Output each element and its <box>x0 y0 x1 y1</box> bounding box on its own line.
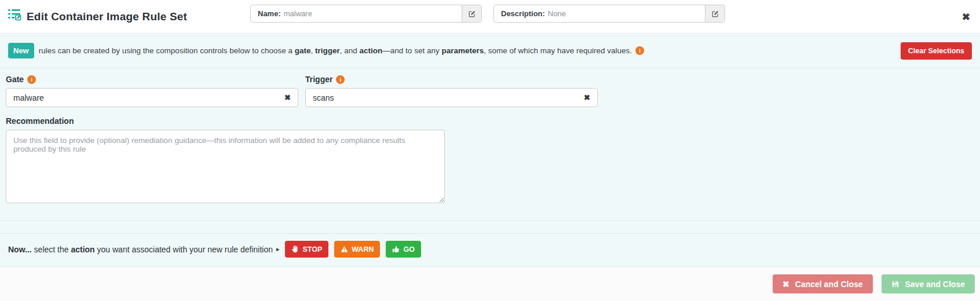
info-bar: New rules can be created by using the co… <box>0 34 980 68</box>
info-text-1: rules can be created by using the compos… <box>39 46 295 55</box>
description-field-text: Description: None <box>494 5 705 22</box>
warn-action-button[interactable]: WARN <box>334 241 380 258</box>
description-field-value: None <box>548 9 566 18</box>
go-action-button[interactable]: GO <box>386 241 420 258</box>
name-field[interactable]: Name: malware <box>250 5 482 23</box>
info-text-3: , and <box>340 46 360 55</box>
trigger-info-icon[interactable]: i <box>336 75 345 84</box>
info-text-5: , some of which may have required values… <box>484 46 632 55</box>
edit-rule-set-dialog: Edit Container Image Rule Set Name: malw… <box>0 0 980 301</box>
recommendation-label: Recommendation <box>6 116 974 126</box>
warning-triangle-icon <box>341 245 348 253</box>
action-text-now: Now... <box>8 245 32 254</box>
info-circle-icon[interactable]: i <box>635 46 644 55</box>
caret-right-icon: ▸ <box>276 245 280 253</box>
stop-button-label: STOP <box>302 245 322 254</box>
pencil-square-icon <box>711 10 719 18</box>
trigger-combobox[interactable]: ✖ <box>305 88 598 107</box>
gate-label: Gate <box>6 75 24 84</box>
info-text-action: action <box>360 46 383 55</box>
cancel-button-label: Cancel and Close <box>795 280 863 289</box>
gate-clear-icon[interactable]: ✖ <box>281 93 298 102</box>
new-badge: New <box>8 43 34 58</box>
name-field-text: Name: malware <box>251 5 462 22</box>
dialog-footer: ✖ Cancel and Close Save and Close <box>0 266 980 301</box>
action-text-2: you want associated with your new rule d… <box>95 245 275 254</box>
save-button-label: Save and Close <box>905 280 966 289</box>
info-text-2: , <box>311 46 316 55</box>
pencil-square-icon <box>468 10 476 18</box>
info-text-trigger: trigger <box>315 46 340 55</box>
warn-button-label: WARN <box>352 245 374 254</box>
trigger-label: Trigger <box>305 75 332 84</box>
gate-field-group: Gate i ✖ <box>6 75 298 107</box>
name-field-label: Name: <box>258 9 281 18</box>
gate-input[interactable] <box>6 93 281 102</box>
save-floppy-icon <box>891 280 899 288</box>
name-edit-button[interactable] <box>462 5 481 22</box>
action-text-1: select the <box>32 245 71 254</box>
info-text-4: —and to set any <box>382 46 441 55</box>
description-edit-button[interactable] <box>705 5 725 22</box>
hand-stop-icon <box>291 245 299 253</box>
action-bar-text: Now... select the action you want associ… <box>8 245 275 254</box>
gate-label-row: Gate i <box>6 75 298 84</box>
recommendation-textarea[interactable] <box>6 130 445 203</box>
cancel-x-icon: ✖ <box>782 280 789 289</box>
trigger-clear-icon[interactable]: ✖ <box>580 93 597 102</box>
composition-controls: Gate i ✖ Trigger i ✖ <box>6 75 974 107</box>
name-field-value: malware <box>284 9 312 18</box>
description-field[interactable]: Description: None <box>493 5 725 23</box>
trigger-input[interactable] <box>306 93 580 102</box>
dialog-header: Edit Container Image Rule Set Name: malw… <box>0 0 980 34</box>
info-bar-text: rules can be created by using the compos… <box>39 46 632 55</box>
description-field-label: Description: <box>501 9 545 18</box>
action-text-action: action <box>71 245 94 254</box>
go-button-label: GO <box>403 245 414 254</box>
info-text-gate: gate <box>295 46 311 55</box>
gate-combobox[interactable]: ✖ <box>6 88 298 107</box>
gate-info-icon[interactable]: i <box>27 75 36 84</box>
trigger-field-group: Trigger i ✖ <box>305 75 598 107</box>
action-bar: Now... select the action you want associ… <box>0 233 980 265</box>
page-title: Edit Container Image Rule Set <box>27 10 187 23</box>
thumbs-up-icon <box>392 245 400 253</box>
rule-set-edit-icon <box>8 7 21 21</box>
clear-selections-button[interactable]: Clear Selections <box>901 42 972 60</box>
trigger-label-row: Trigger i <box>305 75 598 84</box>
cancel-and-close-button[interactable]: ✖ Cancel and Close <box>773 274 872 293</box>
stop-action-button[interactable]: STOP <box>285 241 328 258</box>
save-and-close-button[interactable]: Save and Close <box>882 274 975 293</box>
recommendation-group: Recommendation <box>6 116 974 203</box>
close-icon[interactable]: ✖ <box>962 12 970 21</box>
info-text-parameters: parameters <box>441 46 484 55</box>
dialog-body: New rules can be created by using the co… <box>0 34 980 266</box>
section-divider <box>0 221 980 221</box>
